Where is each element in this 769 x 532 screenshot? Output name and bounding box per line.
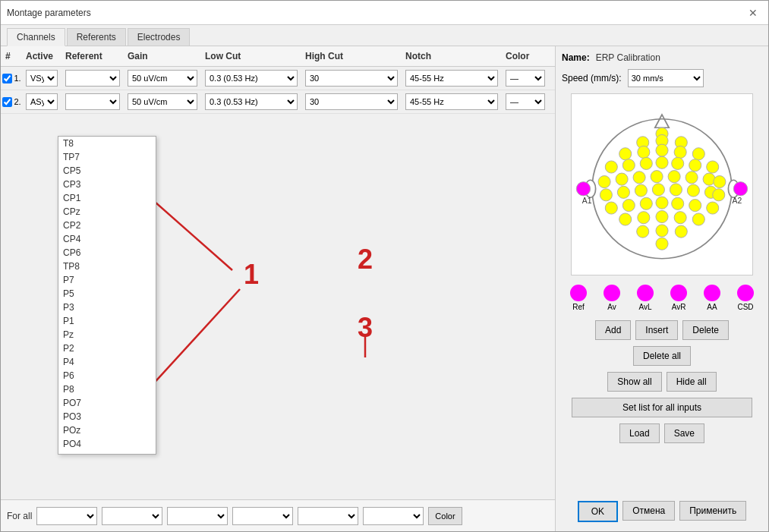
set-list-row: Set list for all inputs xyxy=(562,398,762,417)
row2-active-cell: ASyn xyxy=(23,92,61,112)
ok-button[interactable]: OK xyxy=(578,501,618,522)
svg-point-42 xyxy=(605,202,617,214)
dropdown-item[interactable]: P2 xyxy=(58,342,156,355)
for-all-color-button[interactable]: Color xyxy=(428,507,462,525)
svg-point-31 xyxy=(685,172,698,184)
row1-active-select[interactable]: VSyn xyxy=(26,70,58,87)
row2-highcut-select[interactable]: 30 xyxy=(305,93,398,110)
row1-lowcut-select[interactable]: 0.3 (0.53 Hz) xyxy=(205,70,298,87)
dropdown-item[interactable]: PO8 xyxy=(58,451,156,455)
dropdown-item[interactable]: P3 xyxy=(58,301,156,314)
dropdown-item[interactable]: T8 xyxy=(58,137,156,150)
tab-referents[interactable]: Referents xyxy=(67,28,126,46)
legend-label-avl: AvL xyxy=(638,303,651,311)
col-highcut: High Cut xyxy=(302,49,401,63)
row2-notch-select[interactable]: 45-55 Hz xyxy=(405,93,498,110)
set-list-button[interactable]: Set list for all inputs xyxy=(572,398,752,417)
svg-point-36 xyxy=(635,184,647,197)
bottom-bar: For all Color xyxy=(1,499,555,531)
row1-checkbox[interactable] xyxy=(2,74,12,83)
dropdown-item[interactable]: POz xyxy=(58,423,156,437)
legend-label-av: Av xyxy=(607,303,616,311)
dropdown-item[interactable]: P6 xyxy=(58,369,156,382)
dropdown-item[interactable]: PO7 xyxy=(58,396,156,410)
legend-label-aa: AA xyxy=(707,303,717,311)
row2-color-select[interactable]: — xyxy=(506,93,545,110)
dropdown-item[interactable]: P5 xyxy=(58,287,156,301)
for-all-referent-select[interactable] xyxy=(102,507,162,525)
for-all-active-select[interactable] xyxy=(36,507,97,525)
svg-point-29 xyxy=(651,171,663,183)
speed-select[interactable]: 30 mm/s xyxy=(628,69,704,87)
dropdown-item[interactable]: P1 xyxy=(58,314,156,328)
for-all-notch-select[interactable] xyxy=(363,507,424,525)
svg-point-18 xyxy=(692,148,704,160)
for-all-label: For all xyxy=(7,511,32,521)
load-save-row: Load Save xyxy=(562,423,762,443)
row1-gain-cell: 50 uV/cm xyxy=(124,68,200,88)
row2-active-select[interactable]: ASyn xyxy=(26,93,58,110)
for-all-highcut-select[interactable] xyxy=(298,507,358,525)
for-all-gain-select[interactable] xyxy=(167,507,228,525)
svg-point-57 xyxy=(656,238,668,250)
show-all-button[interactable]: Show all xyxy=(607,372,661,392)
dropdown-item[interactable]: CP4 xyxy=(58,232,156,246)
legend-item-csd: CSD xyxy=(737,285,754,311)
svg-point-38 xyxy=(670,184,682,196)
row1-gain-select[interactable]: 50 uV/cm xyxy=(128,70,197,87)
delete-all-row: Delete all xyxy=(562,346,762,366)
dropdown-item[interactable]: CP2 xyxy=(58,219,156,232)
main-window: Montage parameters ✕ Channels Referents … xyxy=(0,0,769,532)
dropdown-item[interactable]: CP1 xyxy=(58,191,156,205)
save-button[interactable]: Save xyxy=(664,423,704,443)
dropdown-item[interactable]: CP3 xyxy=(58,178,156,191)
svg-point-33 xyxy=(714,176,726,188)
dropdown-item[interactable]: TP8 xyxy=(58,260,156,273)
dropdown-item[interactable]: CP5 xyxy=(58,164,156,178)
dropdown-item[interactable]: PO3 xyxy=(58,410,156,423)
hide-all-button[interactable]: Hide all xyxy=(667,372,717,392)
cancel-button[interactable]: Отмена xyxy=(622,501,675,521)
delete-all-button[interactable]: Delete all xyxy=(633,346,691,366)
row1-highcut-select[interactable]: 30 xyxy=(305,70,398,87)
right-panel: Name: ERP Calibration Speed (mm/s): 30 m… xyxy=(556,46,768,531)
dropdown-item[interactable]: PO4 xyxy=(58,437,156,451)
dropdown-item[interactable]: Pz xyxy=(58,328,156,342)
row1-color-select[interactable]: — xyxy=(506,70,545,87)
svg-point-27 xyxy=(616,173,628,185)
dropdown-item[interactable]: P4 xyxy=(58,355,156,369)
legend-dot-avr xyxy=(670,285,687,301)
svg-point-46 xyxy=(672,197,684,209)
svg-point-19 xyxy=(605,161,617,173)
dropdown-item[interactable]: P8 xyxy=(58,382,156,396)
apply-button[interactable]: Применить xyxy=(679,501,746,521)
row1-notch-select[interactable]: 45-55 Hz xyxy=(405,70,498,87)
svg-point-45 xyxy=(656,197,668,209)
table-row: 1. VSyn 50 uV/cm xyxy=(1,67,555,90)
row2-gain-cell: 50 uV/cm xyxy=(124,92,200,112)
tab-electrodes[interactable]: Electrodes xyxy=(128,28,191,46)
row2-gain-select[interactable]: 50 uV/cm xyxy=(128,93,197,110)
dropdown-item[interactable]: CPz xyxy=(58,205,156,219)
svg-point-54 xyxy=(637,225,649,238)
load-button[interactable]: Load xyxy=(619,423,660,443)
svg-point-37 xyxy=(652,184,664,196)
row2-lowcut-select[interactable]: 0.3 (0.53 Hz) xyxy=(205,93,298,110)
insert-button[interactable]: Insert xyxy=(635,320,678,340)
row2-referent-select[interactable] xyxy=(65,93,120,110)
head-diagram: A1 A2 xyxy=(571,93,753,275)
dropdown-item[interactable]: P7 xyxy=(58,273,156,287)
tab-channels[interactable]: Channels xyxy=(7,28,65,46)
dropdown-item[interactable]: CP6 xyxy=(58,246,156,260)
delete-button[interactable]: Delete xyxy=(682,320,729,340)
row2-checkbox[interactable] xyxy=(2,97,12,107)
row1-referent-select[interactable] xyxy=(65,70,120,87)
dropdown-item[interactable]: TP7 xyxy=(58,150,156,164)
close-button[interactable]: ✕ xyxy=(744,5,762,20)
add-button[interactable]: Add xyxy=(595,320,631,340)
table-row: 2. ASyn 50 uV xyxy=(1,90,555,114)
svg-text:A1: A1 xyxy=(582,197,592,205)
legend-item-aa: AA xyxy=(704,285,720,311)
name-row: Name: ERP Calibration xyxy=(562,52,762,63)
for-all-lowcut-select[interactable] xyxy=(232,507,293,525)
